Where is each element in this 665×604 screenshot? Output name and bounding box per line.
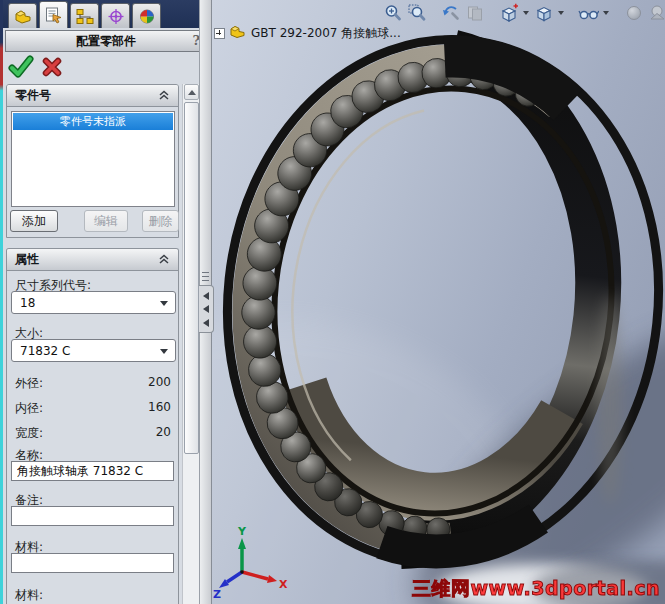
size-series-value: 18 — [20, 296, 35, 310]
tree-node-label[interactable]: GBT 292-2007 角接触球... — [251, 25, 401, 42]
triad-y-label: Y — [237, 525, 247, 538]
view-orientation-icon[interactable] — [498, 3, 519, 24]
panel-title: 配置零部件 — [76, 33, 136, 50]
properties-group: 属性 尺寸系列代号: 18 大小: 71832 C 外径: 200 内径: 16… — [6, 248, 179, 604]
remark-input[interactable] — [11, 506, 174, 526]
previous-view-icon[interactable] — [440, 3, 461, 24]
display-style-icon[interactable] — [533, 3, 554, 24]
cancel-button[interactable] — [42, 57, 62, 81]
width-value: 20 — [156, 425, 171, 439]
name-input[interactable] — [11, 461, 174, 481]
part-number-group-header[interactable]: 零件号 — [7, 85, 178, 107]
tab-displaymanager[interactable] — [132, 3, 161, 28]
triad-x-label: X — [279, 578, 288, 591]
delete-button[interactable]: 删除 — [142, 210, 179, 232]
properties-group-title: 属性 — [15, 251, 39, 268]
chevron-down-icon — [160, 301, 168, 306]
collapse-chevron-icon[interactable] — [158, 253, 170, 267]
ok-button[interactable] — [8, 55, 34, 83]
tab-dimxpertmanager[interactable] — [101, 3, 130, 28]
view-orientation-caret-icon[interactable] — [523, 11, 529, 15]
edit-appearance-icon[interactable] — [623, 3, 644, 24]
graphics-viewport[interactable]: Y X Z — [212, 0, 665, 604]
window-edge-stripe — [0, 0, 3, 604]
chevron-down-icon — [160, 349, 168, 354]
part-number-list[interactable]: 零件号未指派 — [11, 111, 175, 207]
panel-scrollbar[interactable] — [182, 84, 199, 604]
tree-expand-icon[interactable] — [214, 28, 225, 39]
collapse-chevron-icon[interactable] — [158, 89, 170, 103]
triad-z-label: Z — [213, 588, 221, 601]
part-number-group-title: 零件号 — [15, 87, 51, 104]
tab-featuremanager[interactable] — [8, 3, 37, 28]
tab-configurationmanager[interactable] — [70, 3, 99, 28]
watermark: 三维网www.3dportal.cn — [412, 576, 660, 602]
material2-label: 材料: — [15, 587, 43, 604]
zoom-area-icon[interactable] — [406, 3, 427, 24]
size-value: 71832 C — [20, 344, 70, 358]
material-input[interactable] — [11, 553, 174, 573]
collapse-left-arrow-icon — [203, 292, 209, 300]
display-style-caret-icon[interactable] — [558, 11, 564, 15]
hide-show-items-icon[interactable] — [578, 3, 599, 24]
apply-scene-icon[interactable] — [647, 3, 665, 24]
panel-collapse-flyout[interactable] — [199, 285, 214, 333]
metal-sheen — [598, 295, 622, 505]
collapse-left-arrow-icon — [203, 305, 209, 313]
properties-group-header[interactable]: 属性 — [7, 249, 178, 271]
hide-show-items-caret-icon[interactable] — [603, 11, 609, 15]
width-label: 宽度: — [15, 425, 43, 442]
zoom-fit-icon[interactable] — [382, 3, 403, 24]
flyout-feature-tree: GBT 292-2007 角接触球... — [214, 24, 401, 43]
section-view-icon[interactable] — [464, 3, 485, 24]
solidworks-window: Y X Z — [0, 0, 665, 604]
outer-dia-label: 外径: — [15, 375, 43, 392]
edit-button[interactable]: 编辑 — [84, 210, 128, 232]
bearing-3d-render[interactable]: Y X Z — [212, 0, 665, 604]
size-select[interactable]: 71832 C — [11, 339, 176, 362]
inner-dia-value: 160 — [148, 400, 171, 414]
propertymanager-title-bar: 配置零部件 ? — [5, 30, 207, 52]
manager-tab-bar — [3, 0, 212, 28]
scrollbar-up-arrow[interactable] — [184, 84, 199, 100]
add-button[interactable]: 添加 — [10, 210, 58, 232]
list-item-selected[interactable]: 零件号未指派 — [13, 113, 173, 130]
size-series-select[interactable]: 18 — [11, 291, 176, 314]
splitter-grip[interactable] — [202, 272, 209, 283]
collapse-left-arrow-icon — [203, 319, 209, 327]
heads-up-toolbar — [382, 2, 665, 24]
inner-dia-label: 内径: — [15, 400, 43, 417]
tab-propertymanager[interactable] — [39, 1, 68, 28]
scrollbar-thumb[interactable] — [184, 102, 199, 454]
part-icon — [229, 24, 247, 43]
outer-dia-value: 200 — [148, 375, 171, 389]
